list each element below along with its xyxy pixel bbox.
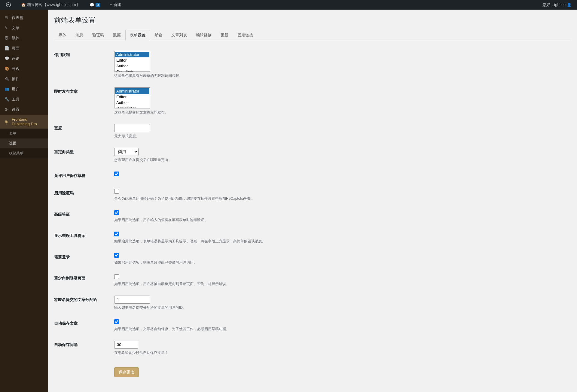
row-anonymous-author: 将匿名提交的文章分配给 输入您要匿名提交分配给的文章的用户的ID。 bbox=[54, 291, 571, 315]
tab-update[interactable]: 更新 bbox=[216, 30, 233, 40]
settings-icon: ⚙ bbox=[5, 107, 9, 112]
cell-show-error-tooltip: 如果启用此选项，表单错误将显示为工具提示。否则，将在字段上方显示一条简单的错误消… bbox=[114, 227, 571, 248]
sidebar-item-tools[interactable]: 🔧 工具 bbox=[0, 94, 48, 105]
desc-autosave-posts: 如果启用此选项，文章将自动保存。为了使其工作，必须启用草稿功能。 bbox=[114, 327, 571, 332]
row-require-login: 需要登录 如果启用此选项，则表单只能由已登录的用户访问。 bbox=[54, 248, 571, 270]
frontend-icon: ◉ bbox=[5, 119, 9, 124]
cell-require-login: 如果启用此选项，则表单只能由已登录的用户访问。 bbox=[114, 248, 571, 270]
nav-tabs: 媒体 消息 验证码 数据 表单设置 邮箱 文章列表 编辑链接 更新 固定链接 bbox=[54, 30, 571, 40]
checkbox-allow-draft[interactable] bbox=[114, 172, 119, 176]
option-editor-2[interactable]: Editor bbox=[115, 94, 149, 100]
cell-anonymous-author: 输入您要匿名提交分配给的文章的用户的ID。 bbox=[114, 291, 571, 315]
save-button[interactable]: 保存更改 bbox=[114, 367, 139, 377]
option-contributor-2[interactable]: Contributor bbox=[115, 105, 149, 108]
option-author-1[interactable]: Author bbox=[115, 63, 149, 69]
wp-logo-button[interactable] bbox=[3, 1, 14, 9]
tab-fixed-link[interactable]: 固定链接 bbox=[233, 30, 258, 40]
row-show-error-tooltip: 显示错误工具提示 如果启用此选项，表单错误将显示为工具提示。否则，将在字段上方显… bbox=[54, 227, 571, 248]
input-width[interactable] bbox=[114, 124, 150, 132]
sidebar-label-comments: 评论 bbox=[12, 56, 20, 61]
sidebar-item-users[interactable]: 👥 用户 bbox=[0, 84, 48, 94]
tab-messages[interactable]: 消息 bbox=[71, 30, 88, 40]
label-allow-draft: 允许用户保存草稿 bbox=[54, 167, 114, 184]
comments-button[interactable]: 💬 0 bbox=[87, 2, 103, 8]
label-require-login: 需要登录 bbox=[54, 248, 114, 270]
desc-require-login: 如果启用此选项，则表单只能由已登录的用户访问。 bbox=[114, 260, 571, 265]
checkbox-autosave-posts[interactable] bbox=[114, 319, 119, 324]
comment-icon: 💬 bbox=[90, 3, 94, 7]
checkbox-show-error-tooltip[interactable] bbox=[114, 232, 119, 236]
sidebar-item-settings[interactable]: ⚙ 设置 bbox=[0, 105, 48, 115]
user-avatar: 👤 bbox=[567, 3, 572, 7]
label-show-error-tooltip: 显示错误工具提示 bbox=[54, 227, 114, 248]
sidebar-item-dashboard[interactable]: ⊞ 仪表盘 bbox=[0, 13, 48, 23]
sidebar-label-form-settings: 设置 bbox=[9, 141, 16, 146]
comments-count: 0 bbox=[96, 3, 100, 7]
home-button[interactable]: 🏠 糖果博客【www.tghello.com】 bbox=[19, 1, 82, 9]
sidebar-item-form-settings[interactable]: 设置 bbox=[0, 138, 48, 148]
user-greeting[interactable]: 您好，tghello 👤 bbox=[540, 1, 574, 9]
input-anonymous-author[interactable] bbox=[114, 296, 150, 304]
tab-data[interactable]: 数据 bbox=[108, 30, 125, 40]
tab-post-list[interactable]: 文章列表 bbox=[167, 30, 191, 40]
tab-captcha[interactable]: 验证码 bbox=[88, 30, 108, 40]
sidebar-label-tools: 工具 bbox=[12, 97, 20, 102]
sidebar-label-forms: 表单 bbox=[9, 131, 16, 136]
checkbox-advanced-validation[interactable] bbox=[114, 210, 119, 215]
checkbox-require-login[interactable] bbox=[114, 253, 119, 258]
desc-instant-publish: 这些角色提交的文章将立即发布。 bbox=[114, 110, 571, 115]
new-content-button[interactable]: + 新建 bbox=[108, 1, 124, 9]
main-content: 前端表单设置 媒体 消息 验证码 数据 表单设置 邮箱 文章列表 编辑链接 更新… bbox=[48, 10, 577, 392]
option-author-2[interactable]: Author bbox=[115, 100, 149, 105]
sidebar-label-dashboard: 仪表盘 bbox=[12, 15, 23, 20]
desc-redirect-to-login: 如果启用此选项，用户将被自动重定向到登录页面。否则，将显示错误。 bbox=[114, 281, 571, 287]
cell-enable-captcha: 是否为此表单启用验证码？为了使用此功能，您需要在插件设置中添加ReCaptcha… bbox=[114, 184, 571, 206]
dashboard-icon: ⊞ bbox=[5, 15, 9, 20]
select-redirect-type[interactable]: 禁用 页面 URL bbox=[114, 148, 139, 156]
tab-media[interactable]: 媒体 bbox=[54, 30, 71, 40]
page-title: 前端表单设置 bbox=[54, 16, 571, 25]
sidebar-label-plugins: 插件 bbox=[12, 76, 20, 82]
checkbox-redirect-to-login[interactable] bbox=[114, 274, 119, 279]
desc-enable-captcha: 是否为此表单启用验证码？为了使用此功能，您需要在插件设置中添加ReCaptcha… bbox=[114, 196, 571, 201]
row-save-button: 保存更改 bbox=[54, 360, 571, 381]
row-redirect-to-login: 重定向到登录页面 如果启用此选项，用户将被自动重定向到登录页面。否则，将显示错误… bbox=[54, 270, 571, 291]
sidebar-item-appearance[interactable]: 🎨 外观 bbox=[0, 64, 48, 74]
desc-autosave-interval: 在您希望多少秒后自动保存文章？ bbox=[114, 350, 571, 355]
settings-form: 停用限制 Administrator Editor Author Contrib… bbox=[54, 46, 571, 381]
desc-redirect-type: 您希望用户在提交后在哪里重定向。 bbox=[114, 157, 571, 163]
row-enable-captcha: 启用验证码 是否为此表单启用验证码？为了使用此功能，您需要在插件设置中添加ReC… bbox=[54, 184, 571, 206]
sidebar-item-posts[interactable]: ✎ 文章 bbox=[0, 23, 48, 33]
sidebar-item-media[interactable]: 🖼 媒体 bbox=[0, 33, 48, 43]
sidebar: ⊞ 仪表盘 ✎ 文章 🖼 媒体 📄 页面 💬 评论 🎨 外观 🔌 插件 👥 bbox=[0, 10, 48, 392]
sidebar-item-comments[interactable]: 💬 评论 bbox=[0, 53, 48, 64]
option-admin-1[interactable]: Administrator bbox=[115, 52, 149, 57]
checkbox-enable-captcha[interactable] bbox=[114, 189, 119, 194]
label-autosave-interval: 自动保存间隔 bbox=[54, 336, 114, 360]
greeting-text: 您好，tghello bbox=[542, 2, 566, 8]
users-icon: 👥 bbox=[5, 87, 9, 92]
sidebar-label-posts: 文章 bbox=[12, 25, 20, 31]
row-width: 宽度 最大形式宽度。 bbox=[54, 120, 571, 143]
row-disable-restriction: 停用限制 Administrator Editor Author Contrib… bbox=[54, 46, 571, 83]
sidebar-item-saved-forms[interactable]: 收起菜单 bbox=[0, 148, 48, 158]
label-redirect-to-login: 重定向到登录页面 bbox=[54, 270, 114, 291]
sidebar-item-frontend-publishing[interactable]: ◉ Frontend Publishing Pro bbox=[0, 115, 48, 129]
sidebar-label-pages: 页面 bbox=[12, 46, 20, 51]
select-instant-publish[interactable]: Administrator Editor Author Contributor bbox=[114, 87, 150, 108]
cell-disable-restriction: Administrator Editor Author Contributor … bbox=[114, 46, 571, 83]
input-autosave-interval[interactable] bbox=[114, 341, 138, 349]
desc-show-error-tooltip: 如果启用此选项，表单错误将显示为工具提示。否则，将在字段上方显示一条简单的错误消… bbox=[114, 239, 571, 244]
tab-mailbox[interactable]: 邮箱 bbox=[150, 30, 167, 40]
option-admin-2[interactable]: Administrator bbox=[115, 88, 149, 94]
sidebar-item-forms[interactable]: 表单 bbox=[0, 129, 48, 138]
sidebar-item-plugins[interactable]: 🔌 插件 bbox=[0, 74, 48, 84]
sidebar-item-pages[interactable]: 📄 页面 bbox=[0, 43, 48, 53]
option-contributor-1[interactable]: Contributor bbox=[115, 69, 149, 72]
label-anonymous-author: 将匿名提交的文章分配给 bbox=[54, 291, 114, 315]
option-editor-1[interactable]: Editor bbox=[115, 57, 149, 63]
tab-form-settings[interactable]: 表单设置 bbox=[125, 30, 150, 40]
tab-edit-link[interactable]: 编辑链接 bbox=[191, 30, 216, 40]
row-advanced-validation: 高级验证 如果启用此选项，用户输入的值将在填写表单时连续验证。 bbox=[54, 206, 571, 227]
select-disable-restriction[interactable]: Administrator Editor Author Contributor bbox=[114, 51, 150, 72]
